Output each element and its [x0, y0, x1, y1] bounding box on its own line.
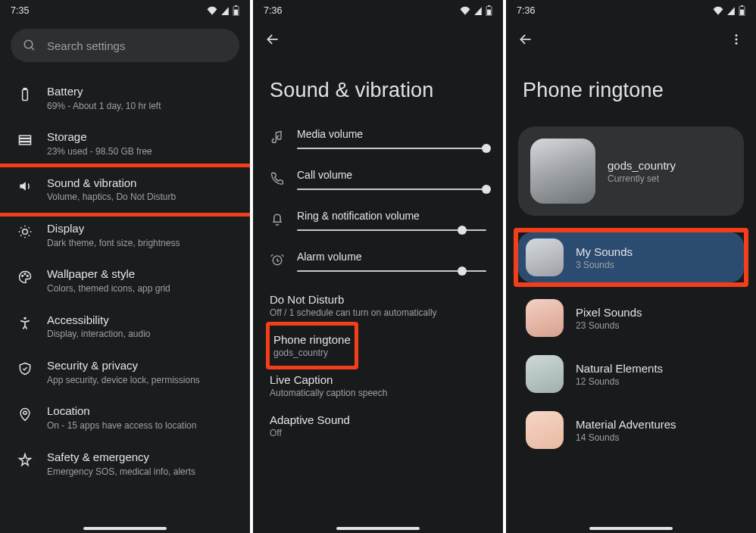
nav-handle[interactable] — [589, 527, 673, 530]
settings-row-wallpaper-style[interactable]: Wallpaper & style Colors, themed icons, … — [0, 258, 250, 304]
svg-rect-21 — [741, 5, 743, 6]
row-sub: 69% - About 1 day, 10 hr left — [47, 101, 161, 113]
clock-time: 7:36 — [264, 5, 282, 16]
slider-label: Ring & notification volume — [297, 210, 486, 222]
slider-track[interactable] — [297, 148, 486, 149]
slider-thumb[interactable] — [482, 185, 491, 194]
slider-thumb[interactable] — [458, 226, 467, 235]
category-material-adventures[interactable]: Material Adventures 14 Sounds — [518, 405, 744, 455]
battery-icon — [17, 86, 33, 103]
back-button[interactable] — [517, 30, 535, 48]
slider-label: Media volume — [297, 128, 486, 140]
settings-row-safety-emergency[interactable]: Safety & emergency Emergency SOS, medica… — [0, 441, 250, 487]
settings-row-accessibility[interactable]: Accessibility Display, interaction, audi… — [0, 304, 250, 350]
setting-phone-ringtone[interactable]: Phone ringtone gods_country — [270, 326, 486, 366]
setting-title: Live Caption — [270, 373, 486, 386]
alarm-icon — [270, 252, 285, 267]
svg-point-12 — [24, 273, 26, 275]
category-swatch — [526, 238, 564, 276]
slider-thumb[interactable] — [482, 144, 491, 153]
category-sub: 12 Sounds — [576, 376, 663, 387]
volume-slider-media-volume[interactable]: Media volume — [270, 122, 486, 163]
row-title: Display — [47, 222, 180, 236]
status-bar: 7:36 — [506, 0, 756, 21]
category-name: Material Adventures — [576, 418, 676, 431]
settings-row-location[interactable]: Location On - 15 apps have access to loc… — [0, 395, 250, 441]
slider-track[interactable] — [297, 229, 486, 231]
category-name: Pixel Sounds — [576, 306, 642, 319]
signal-icon — [473, 6, 483, 15]
category-sub: 3 Sounds — [576, 260, 633, 270]
slider-thumb[interactable] — [458, 266, 467, 276]
row-sub: Volume, haptics, Do Not Disturb — [47, 192, 176, 204]
sound-vibration-screen: 7:36 Sound & vibration Media volume Call… — [253, 0, 503, 533]
clock-time: 7:36 — [517, 5, 535, 16]
search-settings-field[interactable]: Search settings — [11, 29, 239, 62]
setting-live-caption[interactable]: Live Caption Automatically caption speec… — [270, 366, 486, 406]
row-sub: Dark theme, font size, brightness — [47, 238, 180, 250]
wifi-icon — [460, 6, 470, 15]
row-title: Security & privacy — [47, 359, 200, 373]
page-title: Sound & vibration — [253, 58, 503, 122]
svg-point-24 — [736, 39, 738, 41]
volume-slider-alarm-volume[interactable]: Alarm volume — [270, 245, 486, 285]
category-my-sounds[interactable]: My Sounds 3 Sounds — [518, 232, 744, 282]
row-title: Sound & vibration — [47, 176, 176, 191]
setting-title: Do Not Disturb — [270, 293, 486, 306]
setting-adaptive-sound[interactable]: Adaptive Sound Off — [270, 406, 486, 446]
volume-slider-call-volume[interactable]: Call volume — [270, 163, 486, 204]
category-name: My Sounds — [576, 245, 633, 258]
wifi-icon — [207, 6, 217, 15]
slider-track[interactable] — [297, 270, 486, 272]
nav-handle[interactable] — [336, 527, 420, 530]
svg-rect-6 — [23, 89, 26, 90]
settings-row-battery[interactable]: Battery 69% - About 1 day, 10 hr left — [0, 76, 250, 121]
row-title: Location — [47, 404, 196, 419]
page-title: Phone ringtone — [506, 58, 756, 122]
top-bar — [253, 21, 503, 58]
category-pixel-sounds[interactable]: Pixel Sounds 23 Sounds — [518, 293, 744, 343]
category-sub: 23 Sounds — [576, 320, 642, 331]
svg-point-13 — [27, 276, 29, 277]
svg-rect-8 — [20, 139, 31, 142]
settings-row-display[interactable]: Display Dark theme, font size, brightnes… — [0, 213, 250, 258]
row-sub: 23% used - 98.50 GB free — [47, 146, 152, 158]
more-button[interactable] — [727, 30, 745, 48]
signal-icon — [220, 6, 230, 15]
note-icon — [270, 129, 285, 145]
slider-track[interactable] — [297, 189, 486, 190]
svg-rect-5 — [23, 89, 28, 100]
svg-point-23 — [736, 34, 738, 36]
setting-sub: Off / 1 schedule can turn on automatical… — [270, 307, 486, 318]
setting-title: Phone ringtone — [273, 333, 351, 346]
nav-handle[interactable] — [83, 527, 167, 530]
settings-screen: 7:35 Search settings Battery 69% - About… — [0, 0, 250, 533]
settings-row-storage[interactable]: Storage 23% used - 98.50 GB free — [0, 121, 250, 167]
volume-slider-ring-notification-volume[interactable]: Ring & notification volume — [270, 204, 486, 245]
svg-rect-2 — [234, 10, 238, 15]
row-title: Accessibility — [47, 313, 151, 328]
top-bar — [506, 21, 756, 58]
phone-ringtone-screen: 7:36 Phone ringtone gods_country Current… — [506, 0, 756, 533]
row-title: Storage — [47, 130, 152, 145]
svg-rect-22 — [740, 10, 744, 15]
settings-row-security-privacy[interactable]: Security & privacy App security, device … — [0, 350, 250, 395]
bell-icon — [270, 211, 285, 226]
row-sub: On - 15 apps have access to location — [47, 420, 196, 432]
settings-row-sound-vibration[interactable]: Sound & vibration Volume, haptics, Do No… — [0, 164, 250, 217]
svg-point-11 — [22, 276, 23, 277]
slider-label: Alarm volume — [297, 251, 486, 263]
battery-icon — [233, 5, 239, 16]
svg-point-14 — [23, 316, 26, 319]
back-button[interactable] — [264, 30, 282, 48]
current-ringtone-card[interactable]: gods_country Currently set — [518, 126, 744, 216]
category-swatch — [526, 299, 564, 337]
current-ringtone-sub: Currently set — [608, 173, 676, 184]
setting-do-not-disturb[interactable]: Do Not Disturb Off / 1 schedule can turn… — [270, 285, 486, 326]
current-ringtone-name: gods_country — [608, 159, 676, 172]
status-bar: 7:36 — [253, 0, 503, 21]
setting-sub: Off — [270, 428, 486, 438]
category-natural-elements[interactable]: Natural Elements 12 Sounds — [518, 349, 744, 399]
svg-rect-9 — [20, 142, 31, 145]
volume-sliders: Media volume Call volume Ring & notifica… — [253, 122, 503, 285]
